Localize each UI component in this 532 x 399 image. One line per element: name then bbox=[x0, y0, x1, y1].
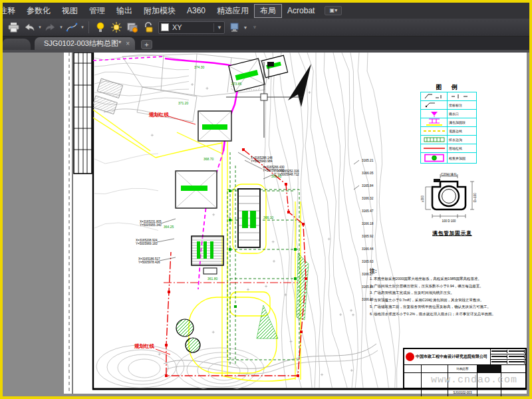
note-item: 2. 广场回填土应分层碾压密实，压实系数不小于0.94，碾压每边超宽。 bbox=[370, 283, 527, 289]
svg-text:3165.63: 3165.63 bbox=[362, 260, 374, 263]
note-item: 5. 广场铺装施工前，应复核各管线平面位置及标高，确认无误后方可施工。 bbox=[370, 304, 527, 310]
legend-row: 检查井加固 bbox=[421, 153, 476, 163]
red-label-bottom: 规划红线 bbox=[134, 343, 155, 349]
detail-caption: 满包管加固示意 bbox=[420, 230, 484, 237]
menu-annotate[interactable]: 注释 bbox=[3, 4, 21, 18]
legend-header-row bbox=[421, 92, 476, 101]
tab-drawing[interactable]: SJG0102-003结构总图* × bbox=[35, 37, 135, 50]
svg-text:3165.92: 3165.92 bbox=[362, 235, 374, 238]
red-boundary bbox=[156, 116, 306, 376]
green-hatch-wedge bbox=[257, 305, 278, 338]
autocad-window: 注释 参数化 视图 管理 输出 附加模块 A360 精选应用 布局 Acroba… bbox=[0, 0, 532, 399]
legend-row: 雨水口 bbox=[421, 110, 476, 118]
red-label-top: 规划红线 bbox=[148, 112, 170, 118]
menu-featured-apps[interactable]: 精选应用 bbox=[211, 4, 255, 18]
svg-text:3165.47: 3165.47 bbox=[362, 209, 374, 213]
plot-icon[interactable] bbox=[6, 20, 21, 35]
redo-icon[interactable] bbox=[43, 20, 58, 35]
legend-row: 坐标标注 bbox=[421, 101, 476, 110]
svg-text:Y=5005955.340: Y=5005955.340 bbox=[140, 223, 162, 227]
notes-block: 注: 1. 本图坐标采用2000国家大地坐标系，高程采用1985国家高程基准。 … bbox=[370, 267, 527, 317]
monitor-icon[interactable] bbox=[227, 20, 242, 35]
toolbar-collapse-icon[interactable]: ▿ bbox=[252, 20, 257, 35]
existing-buildings-hatched bbox=[92, 78, 122, 114]
note-item: 6. 场地排水坡度不小于0.2%，雨水就近排入雨水口；未尽事宜详见总平面图。 bbox=[370, 311, 527, 317]
detail-dim-left: ≥300 bbox=[421, 196, 424, 202]
svg-text:3166.05: 3166.05 bbox=[362, 172, 374, 175]
svg-text:373.85: 373.85 bbox=[231, 82, 242, 86]
ribbon-overflow-icon[interactable]: ▣▾ bbox=[325, 6, 342, 15]
tab-partial[interactable] bbox=[3, 39, 31, 50]
svg-text:368.70: 368.70 bbox=[203, 157, 214, 161]
svg-text:3166.18: 3166.18 bbox=[362, 222, 374, 225]
project-name: 结构总图 bbox=[448, 365, 477, 372]
menu-a360[interactable]: A360 bbox=[181, 5, 211, 17]
undo-icon[interactable] bbox=[22, 20, 37, 35]
sun-icon[interactable] bbox=[109, 20, 124, 35]
menubar: 注释 参数化 视图 管理 输出 附加模块 A360 精选应用 布局 Acroba… bbox=[3, 3, 529, 19]
svg-text:371.20: 371.20 bbox=[178, 101, 189, 105]
unlock-icon[interactable] bbox=[141, 20, 156, 35]
redo-dropdown-icon[interactable]: ▾ bbox=[59, 20, 64, 35]
company-name: 中国市政工程中南设计研究总院有限公司 bbox=[416, 354, 487, 359]
menu-layout-active[interactable]: 布局 bbox=[254, 4, 282, 18]
spline-tool-icon[interactable] bbox=[65, 20, 79, 35]
toolbar-separator bbox=[88, 21, 89, 33]
svg-text:364.25: 364.25 bbox=[164, 225, 174, 229]
svg-text:366.10: 366.10 bbox=[263, 215, 274, 219]
legend-title: 图 例 bbox=[420, 83, 477, 92]
menu-acrobat[interactable]: Acrobat bbox=[281, 5, 321, 17]
stamp-dark-cell bbox=[477, 365, 501, 372]
ucs-combo-value: XY bbox=[172, 23, 182, 31]
combo-caret-icon[interactable]: ▼ bbox=[213, 23, 222, 32]
layer-sun-icon[interactable] bbox=[125, 20, 140, 35]
detail-dim-bottom: 100 D 100 bbox=[442, 219, 456, 223]
toolbar-more-icon[interactable]: ▼ bbox=[243, 20, 248, 35]
svg-text:Y=5005969.183: Y=5005969.183 bbox=[136, 242, 158, 245]
spline-dropdown-icon[interactable]: ▾ bbox=[80, 20, 85, 35]
note-item: 1. 本图坐标采用2000国家大地坐标系，高程采用1985国家高程基准。 bbox=[370, 276, 527, 282]
svg-text:3165.21: 3165.21 bbox=[362, 159, 374, 162]
green-hatch-strip bbox=[297, 253, 309, 320]
svg-text:369.45: 369.45 bbox=[271, 174, 282, 178]
menu-manage[interactable]: 管理 bbox=[83, 4, 111, 18]
watermark-text: www.cndao.com bbox=[431, 374, 517, 386]
legend-row: 排水边沟 bbox=[421, 136, 476, 144]
tab-title: SJG0102-003结构总图* bbox=[44, 39, 121, 49]
new-tab-button[interactable]: + bbox=[141, 40, 152, 49]
menu-parametric[interactable]: 参数化 bbox=[21, 4, 57, 18]
paper-sheet[interactable]: 规划红线 规划红线 X=3165288.148Y=5005943.984 X=3… bbox=[64, 53, 527, 394]
file-tabbar: SJG0102-003结构总图* × + bbox=[3, 37, 529, 50]
color-swatch bbox=[161, 23, 169, 31]
layout-viewport[interactable]: 规划红线 规划红线 X=3165288.148Y=5005943.984 X=3… bbox=[3, 53, 529, 396]
svg-text:3166.32: 3166.32 bbox=[362, 197, 374, 200]
stamp-cells bbox=[491, 349, 525, 364]
svg-text:Y=5005978.426: Y=5005978.426 bbox=[138, 261, 160, 264]
note-item: 4. 当管顶覆土小于0.7m时，采用C20砼满包加固，其余管段正常敷设。 bbox=[370, 297, 527, 303]
legend-row: 道路边线 bbox=[421, 127, 476, 136]
detail-dim-top: C20砼满包 bbox=[441, 172, 457, 177]
legend-row: 满包加固段 bbox=[421, 118, 476, 127]
svg-text:3166.44: 3166.44 bbox=[362, 247, 374, 251]
svg-text:374.30: 374.30 bbox=[194, 65, 205, 69]
company-logo bbox=[406, 352, 414, 361]
undo-dropdown-icon[interactable]: ▾ bbox=[37, 20, 43, 35]
pipe-detail: C20砼满包 D+100 ≥300 100 D 100 满包管加固示意 bbox=[420, 172, 484, 237]
ucs-combo[interactable]: XY ▼ bbox=[158, 21, 225, 34]
menu-view[interactable]: 视图 bbox=[56, 4, 84, 18]
notes-header: 注: bbox=[370, 267, 527, 275]
svg-text:361.80: 361.80 bbox=[207, 277, 218, 281]
quick-access-toolbar: ▾ ▾ ▾ XY ▼ ▼ ▿ bbox=[3, 19, 529, 37]
legend-row: 用地红线 bbox=[421, 144, 476, 153]
svg-text:Y=5005943.984: Y=5005943.984 bbox=[251, 160, 273, 163]
menu-addins[interactable]: 附加模块 bbox=[138, 4, 182, 18]
svg-text:3165.84: 3165.84 bbox=[362, 184, 374, 188]
menu-output[interactable]: 输出 bbox=[110, 4, 138, 18]
legend-box: 图 例 坐标标注 雨水口 bbox=[420, 83, 477, 164]
tab-close-icon[interactable]: × bbox=[126, 40, 130, 47]
note-item: 3. 广场内管线施工完成后，应及时回填沟槽并压实。 bbox=[370, 290, 527, 296]
detail-dim-right: D+100 bbox=[473, 193, 477, 202]
lightbulb-icon[interactable] bbox=[93, 20, 108, 35]
